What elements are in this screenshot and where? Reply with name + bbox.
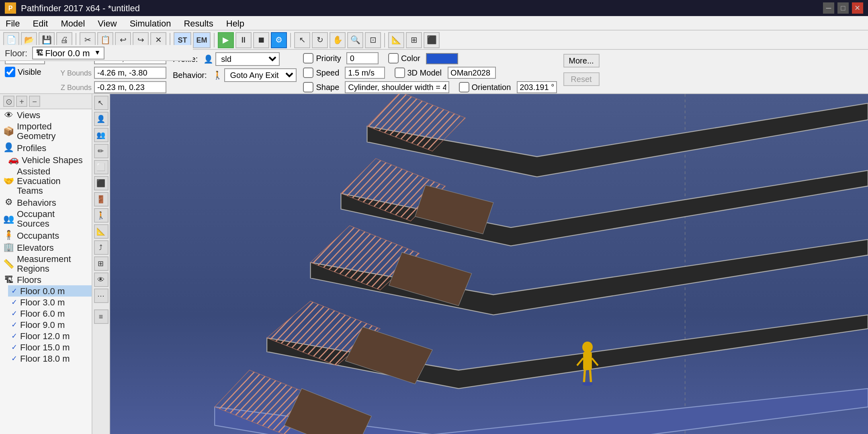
profile-icon: 👤 <box>203 55 213 63</box>
assisted-evac-icon: 🤝 <box>3 176 14 186</box>
rtb-cursor[interactable]: ↖ <box>94 96 108 110</box>
shape-checkbox[interactable] <box>303 82 314 92</box>
right-toolbar: ↖ 👤 👥 ✏ ⬜ ⬛ 🚪 🚶 📐 ⤴ ⊞ 👁 ⋯ ≡ <box>92 94 110 434</box>
floor-icon: 🏗 <box>36 49 43 57</box>
rtb-person-group[interactable]: 👥 <box>94 128 108 142</box>
measure-button[interactable]: 📐 <box>388 32 404 48</box>
run-button[interactable]: ▶ <box>218 32 234 48</box>
pan-button[interactable]: ✋ <box>330 32 346 48</box>
grid-button[interactable]: ⊞ <box>406 32 422 48</box>
visible-row: Visible <box>5 67 45 77</box>
viewport[interactable]: Z X Y (18.694, -13.232, 0) m <box>110 94 868 434</box>
floor-item-0[interactable]: ✓ Floor 0.0 m <box>8 285 92 297</box>
settings-button[interactable]: ⚙ <box>271 32 287 48</box>
maximize-button[interactable]: □ <box>837 2 849 14</box>
menu-help[interactable]: Help <box>224 18 247 28</box>
minimize-button[interactable]: ─ <box>823 2 834 14</box>
occupant-sources-icon: 👥 <box>3 213 14 224</box>
menu-simulation[interactable]: Simulation <box>127 18 174 28</box>
model3d-label: 3D Model <box>407 68 442 77</box>
floor-item-1[interactable]: ✓ Floor 3.0 m <box>8 297 92 308</box>
color-label: Color <box>401 54 420 63</box>
panel-icon-btn-3[interactable]: − <box>29 96 40 107</box>
menu-results[interactable]: Results <box>181 18 215 28</box>
orientation-checkbox[interactable] <box>459 82 469 92</box>
rtb-add-person[interactable]: 👤 <box>94 112 108 126</box>
y-bounds-label: Y Bounds <box>51 69 92 77</box>
buttons-col: More... Reset <box>563 52 599 86</box>
model3d-input[interactable] <box>447 67 495 79</box>
tree-floors[interactable]: 🏗 Floors <box>0 274 92 285</box>
tree-elevators[interactable]: 🏢 Elevators <box>0 241 92 253</box>
em-button[interactable]: EM <box>193 32 211 48</box>
speed-model-row: Speed 3D Model <box>303 67 557 79</box>
rtb-more[interactable]: ⋯ <box>94 289 108 303</box>
rtb-exit[interactable]: 🚶 <box>94 208 108 223</box>
menu-bar: File Edit Model View Simulation Results … <box>0 16 868 31</box>
title-bar: P Pathfinder 2017 x64 - *untitled ─ □ ✕ <box>0 0 868 16</box>
tree-occupant-sources[interactable]: 👥 Occupant Sources <box>0 208 92 229</box>
model3d-checkbox[interactable] <box>394 68 405 78</box>
rtb-door[interactable]: 🚪 <box>94 192 108 207</box>
rtb-measure[interactable]: 📐 <box>94 224 108 239</box>
orientation-input[interactable] <box>516 81 557 93</box>
z-bounds-input[interactable] <box>94 81 166 93</box>
tree-behaviors[interactable]: ⚙ Behaviors <box>0 196 92 208</box>
reset-button[interactable]: Reset <box>563 72 599 86</box>
color-swatch[interactable] <box>426 53 458 64</box>
fit-button[interactable]: ⊡ <box>365 32 381 48</box>
shape-orient-row: Shape Orientation <box>303 81 557 93</box>
rtb-room[interactable]: ⬜ <box>94 160 108 174</box>
panel-icon-btn-1[interactable]: ⊙ <box>3 96 14 107</box>
floor-item-6[interactable]: ✓ Floor 18.0 m <box>8 353 92 364</box>
tree-imported-geometry[interactable]: 📦 Imported Geometry <box>0 121 92 141</box>
tree-views[interactable]: 👁 Views <box>0 109 92 121</box>
floor-item-3[interactable]: ✓ Floor 9.0 m <box>8 319 92 330</box>
tree-assisted-evac[interactable]: 🤝 Assisted Evacuation Teams <box>0 166 92 196</box>
priority-input[interactable] <box>347 52 379 64</box>
rtb-stair[interactable]: ⬛ <box>94 176 108 190</box>
rotate-button[interactable]: ↻ <box>312 32 328 48</box>
rtb-draw[interactable]: ✏ <box>94 144 108 158</box>
more-button[interactable]: More... <box>563 54 599 68</box>
floor-select[interactable]: 🏗 Floor 0.0 m ▼ <box>32 46 104 59</box>
floor-item-2[interactable]: ✓ Floor 6.0 m <box>8 308 92 319</box>
panel-icon-btn-2[interactable]: + <box>16 96 27 107</box>
shape-input[interactable] <box>345 81 449 93</box>
floor-item-4[interactable]: ✓ Floor 12.0 m <box>8 330 92 342</box>
color-checkbox[interactable] <box>388 53 399 63</box>
tree-occupants[interactable]: 🧍 Occupants <box>0 229 92 241</box>
profile-select[interactable]: sld <box>215 52 280 66</box>
menu-file[interactable]: File <box>3 18 22 28</box>
visible-checkbox[interactable] <box>5 67 15 77</box>
menu-edit[interactable]: Edit <box>30 18 50 28</box>
rtb-ramp[interactable]: ⤴ <box>94 240 108 255</box>
behavior-label: Behavior: <box>173 71 207 80</box>
tree-measurement-regions[interactable]: 📏 Measurement Regions <box>0 253 92 274</box>
tree-vehicle-shapes[interactable]: 🚗 Vehicle Shapes <box>5 154 92 166</box>
select-button[interactable]: ↖ <box>294 32 310 48</box>
behavior-row: Behavior: 🚶 Goto Any Exit <box>173 68 297 82</box>
zoom-button[interactable]: 🔍 <box>347 32 363 48</box>
menu-view[interactable]: View <box>95 18 119 28</box>
speed-checkbox[interactable] <box>303 68 314 78</box>
view3d-button[interactable]: ⬛ <box>424 32 440 48</box>
rtb-collapse[interactable]: ≡ <box>94 309 108 324</box>
y-bounds-input[interactable] <box>94 67 166 79</box>
menu-model[interactable]: Model <box>58 18 87 28</box>
rtb-view[interactable]: 👁 <box>94 272 108 287</box>
app-icon: P <box>5 2 16 14</box>
priority-checkbox[interactable] <box>303 53 314 63</box>
window-controls[interactable]: ─ □ ✕ <box>823 2 863 14</box>
attrs-col: Priority Color Speed 3D Model Shape Orie… <box>303 52 557 93</box>
imported-geometry-icon: 📦 <box>3 126 14 136</box>
stop-button[interactable]: ⏹ <box>253 32 269 48</box>
close-button[interactable]: ✕ <box>852 2 863 14</box>
tree-profiles[interactable]: 👤 Profiles <box>0 141 92 154</box>
behavior-select[interactable]: Goto Any Exit <box>225 68 297 82</box>
pause-button[interactable]: ⏸ <box>235 32 252 48</box>
svg-line-27 <box>584 370 585 382</box>
floor-item-5[interactable]: ✓ Floor 15.0 m <box>8 342 92 353</box>
speed-input[interactable] <box>345 67 385 79</box>
rtb-special[interactable]: ⊞ <box>94 256 108 271</box>
